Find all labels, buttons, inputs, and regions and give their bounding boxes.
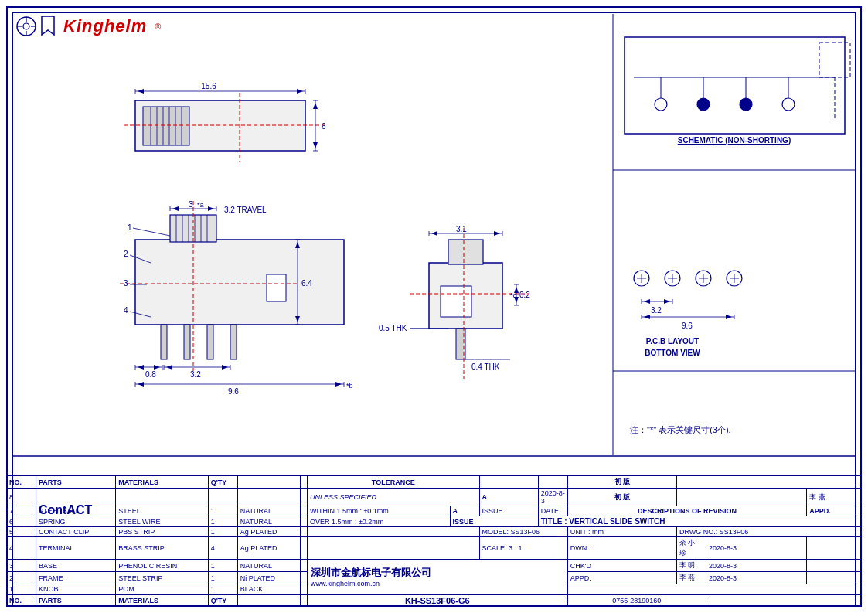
svg-marker-28 — [313, 142, 318, 148]
svg-text:9.6: 9.6 — [682, 322, 693, 330]
bom-header-qty: Q'TY — [208, 476, 237, 489]
rev-header-initials: 初 版 — [567, 476, 676, 489]
bom-section: NO. PARTS MATERIALS Q'TY TOLERANCE 初 版 8… — [6, 475, 862, 607]
bom-header-materials: MATERIALS — [116, 476, 209, 489]
svg-marker-27 — [313, 103, 318, 109]
bom-header-no: NO. — [7, 476, 36, 489]
svg-text:3.1: 3.1 — [456, 225, 467, 233]
svg-text:注："*" 表示关键尺寸(3个).: 注："*" 表示关键尺寸(3个). — [630, 425, 731, 434]
label-3: 3 — [124, 279, 128, 288]
svg-rect-39 — [207, 325, 213, 359]
svg-marker-99 — [514, 297, 519, 303]
svg-text:6: 6 — [322, 122, 326, 131]
svg-rect-40 — [230, 325, 237, 359]
svg-marker-91 — [431, 231, 437, 236]
svg-text:3.2: 3.2 — [190, 370, 201, 379]
svg-text:3.2 TRAVEL: 3.2 TRAVEL — [224, 206, 267, 214]
svg-marker-128 — [726, 315, 732, 319]
svg-text:0.4 THK: 0.4 THK — [471, 363, 500, 371]
svg-marker-73 — [222, 365, 228, 370]
svg-marker-22 — [297, 89, 303, 94]
svg-text:*b: *b — [346, 382, 353, 390]
svg-point-134 — [655, 98, 667, 111]
svg-marker-98 — [514, 287, 519, 293]
label-4: 4 — [124, 306, 128, 315]
svg-text:0.5 THK: 0.5 THK — [379, 324, 407, 332]
svg-point-140 — [782, 98, 795, 111]
svg-marker-66 — [138, 365, 144, 370]
svg-text:BOTTOM VIEW: BOTTOM VIEW — [645, 349, 700, 357]
svg-marker-121 — [644, 299, 650, 304]
svg-marker-72 — [166, 365, 172, 370]
svg-rect-29 — [135, 240, 344, 325]
svg-text:9.6: 9.6 — [228, 387, 239, 396]
svg-rect-142 — [625, 37, 845, 134]
svg-text:15.6: 15.6 — [201, 82, 216, 90]
bom-header-finish — [237, 476, 300, 489]
svg-text:6.4: 6.4 — [301, 279, 312, 288]
svg-line-44 — [133, 228, 170, 236]
svg-marker-122 — [664, 299, 670, 304]
svg-text:3.2: 3.2 — [651, 306, 662, 315]
label-1: 1 — [128, 223, 132, 232]
svg-text:0.8: 0.8 — [145, 370, 156, 379]
svg-text:SCHEMATIC (NON-SHORTING): SCHEMATIC (NON-SHORTING) — [678, 136, 791, 145]
svg-marker-53 — [172, 206, 179, 211]
svg-marker-67 — [154, 365, 160, 370]
svg-text:P.C.B LAYOUT: P.C.B LAYOUT — [646, 337, 699, 346]
svg-point-136 — [697, 98, 710, 111]
svg-rect-8 — [143, 107, 189, 145]
svg-marker-127 — [644, 315, 650, 319]
svg-text:*a: *a — [197, 201, 204, 209]
svg-point-138 — [740, 98, 752, 111]
svg-marker-92 — [494, 231, 500, 236]
svg-rect-83 — [441, 286, 471, 317]
label-2: 2 — [124, 250, 128, 258]
svg-rect-41 — [267, 274, 286, 301]
svg-marker-54 — [208, 206, 214, 211]
tolerance-header: TOLERANCE — [307, 476, 479, 489]
svg-text:0.2: 0.2 — [519, 291, 530, 299]
svg-rect-133 — [819, 43, 850, 77]
svg-rect-82 — [448, 240, 483, 264]
svg-marker-79 — [335, 382, 342, 387]
svg-text:3: 3 — [189, 200, 193, 209]
bom-header-parts: PARTS — [36, 476, 116, 489]
svg-marker-78 — [138, 382, 144, 387]
svg-rect-38 — [184, 325, 190, 359]
svg-marker-21 — [138, 89, 144, 94]
svg-rect-37 — [161, 325, 167, 359]
